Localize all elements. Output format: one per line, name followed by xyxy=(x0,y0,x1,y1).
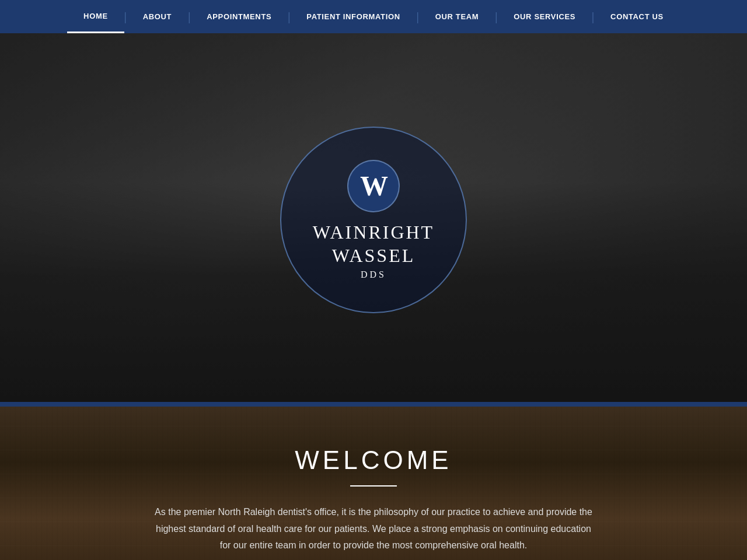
practice-name-line2: WASSEL xyxy=(332,244,415,267)
welcome-body: As the premier North Raleigh dentist's o… xyxy=(152,504,595,554)
nav-about[interactable]: ABOUT xyxy=(127,0,188,33)
nav-our-team[interactable]: OUR TEAM xyxy=(419,0,495,33)
welcome-title: WELCOME xyxy=(295,446,452,475)
practice-name-line1: WAINRIGHT xyxy=(313,220,434,244)
main-navigation: HOME | ABOUT | APPOINTMENTS | PATIENT IN… xyxy=(0,0,747,33)
nav-appointments[interactable]: APPOINTMENTS xyxy=(190,0,288,33)
logo-emblem: W xyxy=(347,160,400,212)
hero-logo-circle: W WAINRIGHT WASSEL DDS xyxy=(280,127,467,313)
nav-contact-us[interactable]: CONTACT US xyxy=(594,0,680,33)
welcome-divider xyxy=(350,485,397,487)
hero-section: W WAINRIGHT WASSEL DDS xyxy=(0,33,747,407)
logo-letter: W xyxy=(360,172,387,200)
hero-bottom-bar xyxy=(0,402,747,407)
nav-home[interactable]: HOME xyxy=(67,0,124,33)
nav-our-services[interactable]: OUR SERVICES xyxy=(497,0,592,33)
nav-patient-information[interactable]: PATIENT INFORMATION xyxy=(290,0,416,33)
welcome-section: WELCOME As the premier North Raleigh den… xyxy=(0,407,747,560)
practice-suffix: DDS xyxy=(361,270,386,280)
